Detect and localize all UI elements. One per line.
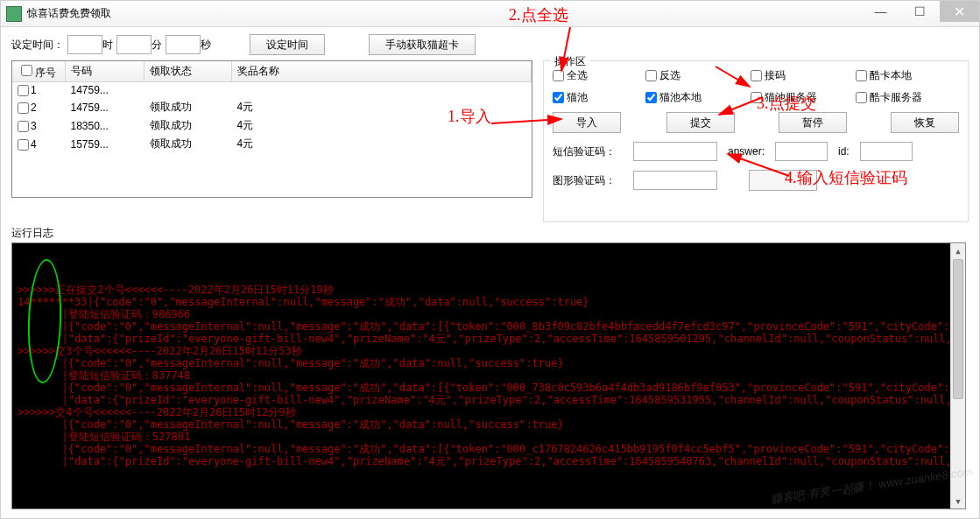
log-label: 运行日志 — [11, 226, 969, 241]
close-button[interactable]: ✕ — [940, 1, 979, 22]
table-row[interactable]: 214759...领取成功4元 — [12, 98, 532, 116]
captcha-input[interactable] — [633, 171, 717, 190]
timer-label: 设定时间： — [11, 38, 64, 53]
scroll-thumb[interactable] — [953, 259, 963, 399]
titlebar: 惊喜话费免费领取 — ☐ ✕ — [1, 1, 979, 27]
operations-group: 操作区 全选 反选 接码 酷卡本地 猫池 猫池本地 猫池服务器 酷卡服务器 导入… — [543, 60, 969, 222]
second-input[interactable] — [166, 35, 201, 54]
restore-button[interactable]: 恢复 — [891, 112, 959, 133]
maochi-server-checkbox[interactable]: 猫池服务器 — [751, 90, 856, 105]
select-all-checkbox[interactable]: 全选 — [553, 68, 645, 83]
table-row[interactable]: 415759...领取成功4元 — [12, 135, 532, 153]
set-time-button[interactable]: 设定时间 — [250, 34, 325, 55]
second-suffix: 秒 — [201, 38, 211, 53]
th-prize: 奖品名称 — [231, 61, 532, 82]
minute-input[interactable] — [116, 35, 152, 54]
maochi-checkbox[interactable]: 猫池 — [553, 90, 645, 105]
scroll-up-icon[interactable]: ▲ — [951, 243, 965, 258]
row-checkbox[interactable] — [18, 139, 29, 151]
maochi-local-checkbox[interactable]: 猫池本地 — [645, 90, 751, 105]
import-button[interactable]: 导入 — [553, 112, 621, 133]
captcha-label: 图形验证码： — [553, 173, 623, 188]
invert-checkbox[interactable]: 反选 — [645, 68, 751, 83]
hour-input[interactable] — [67, 35, 102, 54]
log-scrollbar[interactable]: ▲ ▼ — [950, 243, 965, 508]
id-label: id: — [838, 145, 850, 158]
row-checkbox[interactable] — [18, 121, 29, 132]
table-row[interactable]: 114759... — [12, 82, 532, 99]
window-controls: — ☐ ✕ — [861, 1, 979, 22]
sms-code-input[interactable] — [633, 142, 717, 161]
sms-label: 短信验证码： — [553, 144, 623, 159]
th-status: 领取状态 — [144, 61, 231, 82]
scroll-down-icon[interactable]: ▼ — [951, 494, 965, 508]
manual-fetch-button[interactable]: 手动获取猫超卡 — [369, 34, 476, 55]
window-title: 惊喜话费免费领取 — [27, 6, 111, 21]
captcha-image[interactable] — [749, 170, 817, 191]
th-index: 序号 — [35, 67, 56, 79]
pause-button[interactable]: 暂停 — [779, 112, 847, 133]
answer-input[interactable] — [775, 142, 828, 161]
minute-suffix: 分 — [152, 38, 162, 53]
id-input[interactable] — [860, 142, 913, 161]
kuka-server-checkbox[interactable]: 酷卡服务器 — [856, 90, 948, 105]
group-title: 操作区 — [551, 54, 589, 69]
table-row[interactable]: 318350...领取成功4元 — [12, 116, 532, 135]
answer-label: answer: — [728, 145, 765, 158]
th-phone: 号码 — [65, 61, 144, 82]
app-icon — [6, 6, 22, 22]
row-checkbox[interactable] — [18, 102, 29, 114]
minimize-button[interactable]: — — [861, 1, 900, 22]
timer-row: 设定时间： 时 分 秒 设定时间 手动获取猫超卡 — [11, 34, 969, 55]
header-checkbox[interactable] — [21, 65, 32, 76]
records-table[interactable]: 序号 号码 领取状态 奖品名称 114759... 214759...领取成功4… — [11, 60, 532, 198]
kuka-local-checkbox[interactable]: 酷卡本地 — [856, 68, 948, 83]
row-checkbox[interactable] — [18, 85, 29, 96]
hour-suffix: 时 — [102, 38, 113, 53]
log-output[interactable]: >>>>>>正在提交2个号<<<<<<----2022年2月26日15时11分1… — [11, 242, 966, 509]
submit-button[interactable]: 提交 — [666, 112, 735, 133]
maximize-button[interactable]: ☐ — [900, 1, 940, 22]
jiema-checkbox[interactable]: 接码 — [751, 68, 856, 83]
